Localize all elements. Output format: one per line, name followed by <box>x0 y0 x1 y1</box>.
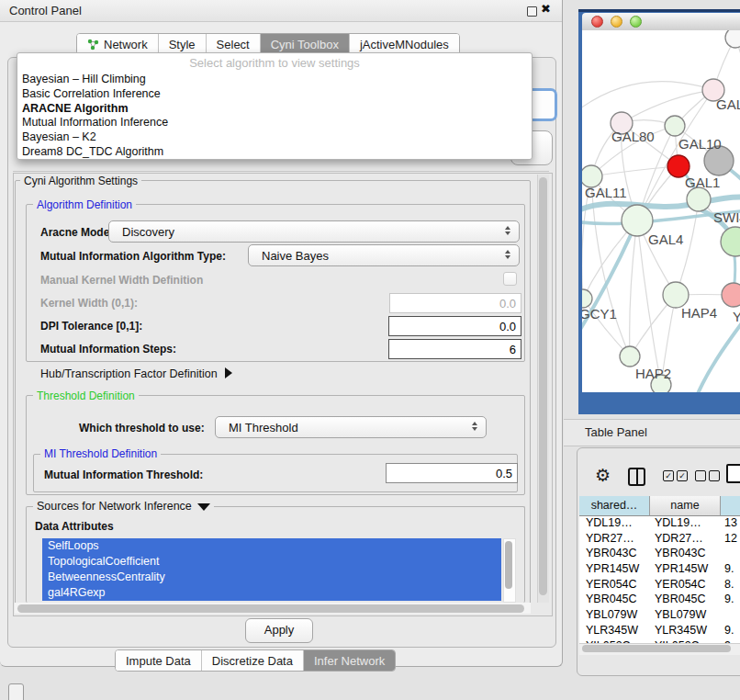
table-cell: YBR045C <box>650 593 721 608</box>
tab-cyni-toolbox[interactable]: Cyni Toolbox <box>261 34 350 54</box>
table-cell: YDL19… <box>650 516 721 532</box>
column-header-name[interactable]: name <box>650 496 721 516</box>
network-canvas[interactable]: GALGAL80GAL10GAL1GAL11SWI4GAL4GCY1HAP4YH… <box>582 30 740 392</box>
mi-threshold-field[interactable]: 0.5 <box>386 463 518 483</box>
network-edge[interactable] <box>676 199 699 295</box>
close-traffic-light[interactable] <box>591 16 603 28</box>
network-edge[interactable] <box>630 220 637 356</box>
attribute-list-item[interactable]: gal4RGexp <box>42 585 501 601</box>
gear-icon[interactable]: ⚙ <box>595 465 611 486</box>
network-node-y[interactable] <box>722 283 740 307</box>
network-edge[interactable] <box>696 313 740 392</box>
expanded-arrow-icon[interactable] <box>197 503 210 511</box>
horizontal-scrollbar-thumb[interactable] <box>17 604 524 613</box>
data-attributes-label: Data Attributes <box>35 520 114 533</box>
table-row[interactable]: YPR145WYPR145W9. <box>579 562 740 578</box>
float-window-icon[interactable] <box>527 6 537 17</box>
network-node-swi4[interactable] <box>687 187 711 211</box>
tab-style[interactable]: Style <box>159 34 207 54</box>
tab-impute-data[interactable]: Impute Data <box>116 650 202 671</box>
algorithm-option[interactable]: ARACNE Algorithm <box>17 102 532 117</box>
hub-definition-section[interactable]: Hub/Transcription Factor Definition <box>40 367 232 380</box>
table-cell: 9. <box>721 593 740 608</box>
attribute-list-item[interactable]: TopologicalCoefficient <box>42 554 501 570</box>
network-node-gcy1[interactable] <box>582 289 592 308</box>
table-cell: 13 <box>721 516 740 532</box>
table-row[interactable]: YDL19…YDL19…13 <box>579 516 740 532</box>
table-horizontal-scrollbar-thumb[interactable] <box>582 645 731 652</box>
table-cell <box>721 608 740 624</box>
algorithm-option[interactable]: Bayesian – Hill Climbing <box>17 73 532 87</box>
algorithm-option[interactable]: Basic Correlation Inference <box>17 87 532 102</box>
network-edge[interactable] <box>591 166 678 176</box>
network-node-hap4[interactable] <box>663 282 689 308</box>
vertical-scrollbar-thumb[interactable] <box>539 177 547 595</box>
sources-title: Sources for Network Inference <box>37 500 192 513</box>
network-node-label: GAL11 <box>585 185 627 200</box>
network-node-label: GAL1 <box>685 175 720 190</box>
collapsed-arrow-icon[interactable] <box>225 367 232 378</box>
kernel-width-field[interactable]: 0.0 <box>389 293 521 313</box>
network-node-gal10[interactable] <box>665 116 685 136</box>
data-attributes-list: SelfLoopsTopologicalCoefficientBetweenne… <box>42 538 501 601</box>
apply-button[interactable]: Apply <box>245 618 313 643</box>
column-header-cut[interactable] <box>721 496 740 516</box>
tab-label: Infer Network <box>314 654 385 668</box>
tab-network[interactable]: Network <box>77 34 159 54</box>
mi-algorithm-type-combo[interactable]: Naive Bayes <box>248 244 520 266</box>
dpi-tolerance-field[interactable]: 0.0 <box>388 316 521 336</box>
threshold-definition-title: Threshold Definition <box>33 390 139 402</box>
network-graph: GALGAL80GAL10GAL1GAL11SWI4GAL4GCY1HAP4YH… <box>582 30 740 392</box>
algorithm-definition-title: Algorithm Definition <box>33 198 136 211</box>
column-header-shared-name[interactable]: shared… <box>579 496 650 516</box>
table-row[interactable]: YBR043CYBR043C <box>579 547 740 562</box>
unchecked-box-icon[interactable] <box>709 470 720 481</box>
algorithm-option[interactable]: Bayesian – K2 <box>17 130 532 145</box>
table-row[interactable]: YBR045CYBR045C9. <box>579 593 740 608</box>
tab-jactivemnodules[interactable]: jActiveMNodules <box>350 34 459 54</box>
algorithm-dropdown-popup: Select algorithm to view settings Bayesi… <box>17 52 533 160</box>
column-layout-icon[interactable] <box>628 468 645 486</box>
network-node-label: HAP4 <box>681 305 717 321</box>
manual-kernel-width-checkbox[interactable] <box>503 272 517 286</box>
mi-steps-label: Mutual Information Steps: <box>40 343 176 356</box>
network-node-label: GAL80 <box>611 129 655 144</box>
table-row[interactable]: YLR345WYLR345W9. <box>579 624 740 639</box>
aracne-mode-value: Discovery <box>122 225 174 239</box>
attribute-list-item[interactable]: SelfLoops <box>42 538 501 554</box>
network-icon <box>87 39 99 51</box>
mi-steps-field[interactable]: 6 <box>388 339 521 359</box>
table-row[interactable]: YBL079WYBL079W <box>579 608 740 624</box>
network-node-label: GAL <box>716 96 740 112</box>
network-node[interactable] <box>721 227 740 256</box>
table-cell: YDR27… <box>650 532 721 548</box>
network-window-titlebar[interactable] <box>582 13 740 31</box>
network-node-label: GAL10 <box>678 136 722 152</box>
which-threshold-combo[interactable]: MI Threshold <box>215 416 487 438</box>
attributes-scrollbar-thumb[interactable] <box>505 541 512 589</box>
unchecked-box-icon[interactable] <box>695 470 706 481</box>
checked-box-icon[interactable]: ✓ <box>677 470 688 481</box>
table-row[interactable]: YER054CYER054C8. <box>579 578 740 593</box>
table-cell: YBR043C <box>650 547 721 562</box>
tab-label: Cyni Toolbox <box>271 38 339 51</box>
checked-box-icon[interactable]: ✓ <box>663 470 674 481</box>
network-node[interactable] <box>725 30 740 48</box>
close-icon[interactable]: ✖ <box>541 2 551 16</box>
network-node-hap2[interactable] <box>620 346 640 367</box>
minimize-traffic-light[interactable] <box>611 16 622 28</box>
attribute-list-item[interactable]: BetweennessCentrality <box>42 570 501 585</box>
aracne-mode-combo[interactable]: Discovery <box>108 220 520 243</box>
table-row[interactable]: YDR27…YDR27…12 <box>579 532 740 548</box>
algorithm-option[interactable]: Mutual Information Inference <box>17 116 532 130</box>
bottom-left-panel-icon[interactable] <box>8 683 24 700</box>
tab-infer-network[interactable]: Infer Network <box>304 650 395 671</box>
algorithm-option[interactable]: Dream8 DC_TDC Algorithm <box>17 145 532 160</box>
zoom-traffic-light[interactable] <box>630 16 642 28</box>
tab-select[interactable]: Select <box>207 34 261 54</box>
tab-discretize-data[interactable]: Discretize Data <box>202 650 304 671</box>
network-node-label: GAL4 <box>648 231 683 247</box>
table-panel-header: Table Panel <box>564 419 740 446</box>
table-cell: YBR043C <box>579 547 650 562</box>
file-icon[interactable] <box>726 464 740 483</box>
